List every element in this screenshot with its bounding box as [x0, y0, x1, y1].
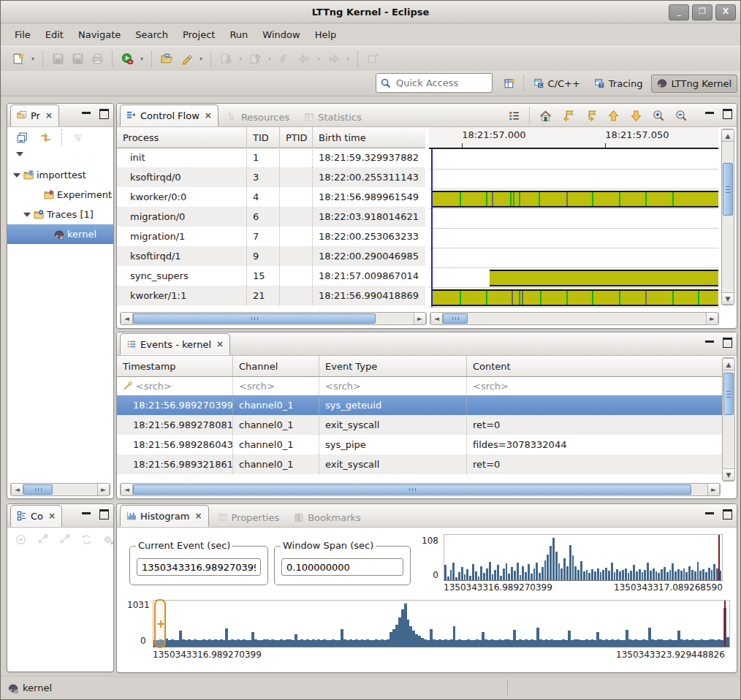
- pin-editor-button[interactable]: [364, 50, 381, 68]
- quick-access-input[interactable]: [395, 77, 471, 89]
- timeline-row-kworker-1-1[interactable]: [429, 287, 718, 308]
- window-span-histogram[interactable]: [444, 534, 723, 581]
- perspective-tracing[interactable]: Tracing: [589, 75, 649, 93]
- maximize-button[interactable]: ❐: [692, 4, 712, 20]
- open-perspective-button[interactable]: [501, 75, 519, 92]
- process-row-ksoftirqd-1[interactable]: ksoftirqd/1918:22:00.290046985: [117, 246, 425, 266]
- events-hscrollbar[interactable]: ◄►: [120, 483, 721, 496]
- process-row-kworker-0-0[interactable]: kworker/0:0418:21:56.989961549: [117, 187, 425, 207]
- print-button[interactable]: [88, 50, 106, 68]
- menu-search[interactable]: Search: [129, 26, 175, 43]
- event-row-sys_geteuid[interactable]: 18:21:56.989270399channel0_1sys_geteuid: [117, 395, 723, 415]
- usermode-state-bar[interactable]: [490, 270, 718, 286]
- zoom-in-button[interactable]: [650, 107, 667, 124]
- working-set-dropdown-icon[interactable]: [16, 152, 23, 156]
- next-event-button[interactable]: [582, 107, 599, 124]
- tab-events-kernel[interactable]: Events - kernel×: [120, 333, 230, 355]
- minimize-view-icon[interactable]: [705, 512, 714, 517]
- tree-item-traces-1-[interactable]: Traces [1]: [7, 205, 113, 224]
- tab-statistics[interactable]: Statistics: [298, 107, 367, 126]
- tab-bookmarks[interactable]: Bookmarks: [288, 508, 367, 527]
- tab-control-flow[interactable]: Control Flow×: [120, 104, 218, 126]
- timeline-row-ksoftirqd-0[interactable]: [429, 169, 718, 189]
- column-header-process[interactable]: Process: [117, 127, 247, 148]
- control-flow-table-hscrollbar[interactable]: ◄►: [120, 312, 427, 325]
- tab-control[interactable]: Co×: [10, 505, 62, 527]
- tab-resources[interactable]: Resources: [221, 107, 295, 126]
- column-header-content[interactable]: Content: [467, 356, 723, 376]
- process-row-kworker-1-1[interactable]: kworker/1:12118:21:56.990418869: [117, 286, 425, 305]
- next-annotation-button[interactable]: [217, 50, 235, 68]
- tab-properties[interactable]: Properties: [212, 508, 286, 527]
- tree-item-importtest[interactable]: importtest: [7, 165, 113, 185]
- close-button[interactable]: X: [715, 4, 736, 20]
- forward-button[interactable]: [324, 50, 342, 68]
- filter-cell-channel[interactable]: <srch>: [233, 376, 319, 395]
- tree-item-experiment[interactable]: Experiment: [7, 185, 113, 205]
- full-range-histogram[interactable]: +: [153, 600, 730, 647]
- connect-button[interactable]: [34, 530, 51, 548]
- tab-histogram[interactable]: Histogram×: [120, 505, 209, 527]
- close-tab-icon[interactable]: ×: [48, 511, 56, 521]
- column-header-birth-time[interactable]: Birth time: [313, 127, 425, 148]
- menu-project[interactable]: Project: [176, 26, 221, 43]
- expand-arrow-icon[interactable]: [13, 173, 20, 178]
- tree-item-kernel[interactable]: kernel: [7, 224, 113, 244]
- title-bar[interactable]: LTTng Kernel - Eclipse _ ❐ X: [1, 1, 740, 23]
- control-flow-table-header[interactable]: ProcessTIDPTIDBirth time: [117, 127, 425, 148]
- timeline-row-ksoftirqd-1[interactable]: [429, 248, 718, 268]
- highlight-dropdown-icon[interactable]: ▾: [197, 50, 205, 68]
- column-header-event-type[interactable]: Event Type: [319, 356, 467, 376]
- timeline-row-migration-0[interactable]: [429, 208, 718, 229]
- reset-zoom-home-button[interactable]: [536, 107, 554, 124]
- delete-connection-button[interactable]: [99, 530, 114, 548]
- minimize-view-icon[interactable]: [705, 112, 714, 117]
- maximize-view-icon[interactable]: [99, 109, 109, 119]
- save-all-button[interactable]: [69, 50, 86, 68]
- window-selection-handle[interactable]: +: [154, 599, 166, 648]
- event-row-exit_syscall[interactable]: 18:21:56.989321861channel0_1exit_syscall…: [117, 454, 723, 474]
- maximize-view-icon[interactable]: [723, 109, 732, 119]
- current-event-input[interactable]: [137, 558, 261, 576]
- disconnect-button[interactable]: [56, 530, 73, 548]
- menu-window[interactable]: Window: [256, 26, 306, 43]
- status-resize-grip[interactable]: [507, 680, 508, 695]
- perspective-c-c-[interactable]: C/C++: [528, 75, 586, 93]
- perspective-lttng-kernel[interactable]: LTTng Kernel: [651, 75, 737, 93]
- process-row-migration-1[interactable]: migration/1718:22:00.253063233: [117, 227, 425, 246]
- save-button[interactable]: [49, 50, 66, 68]
- filter-cell-timestamp[interactable]: <srch>: [117, 376, 233, 395]
- link-with-editor-button[interactable]: [37, 129, 54, 146]
- event-row-sys_pipe[interactable]: 18:21:56.989286043channel0_1sys_pipefild…: [117, 435, 723, 454]
- back-button[interactable]: [295, 50, 313, 68]
- column-header-ptid[interactable]: PTID: [280, 127, 313, 148]
- minimize-view-icon[interactable]: [82, 112, 91, 117]
- timeline-row-migration-1[interactable]: [429, 228, 718, 248]
- timeline-vscrollbar[interactable]: ▲▼: [721, 129, 734, 305]
- quick-access-box[interactable]: [376, 73, 493, 93]
- expand-arrow-icon[interactable]: [23, 213, 31, 217]
- move-down-button[interactable]: [627, 107, 645, 124]
- timeline-row-kworker-0-0[interactable]: [429, 189, 718, 209]
- filter-cell-event-type[interactable]: <srch>: [319, 376, 467, 395]
- events-vscrollbar[interactable]: ▲▼: [722, 357, 735, 482]
- menu-file[interactable]: File: [8, 26, 37, 43]
- menu-help[interactable]: Help: [308, 26, 343, 43]
- run-dropdown-icon[interactable]: ▾: [138, 50, 145, 68]
- control-flow-timeline[interactable]: 18:21:57.00018:21:57.050: [429, 127, 718, 328]
- process-row-sync-supers[interactable]: sync_supers1518:21:57.009867014: [117, 266, 425, 286]
- new-button[interactable]: [10, 50, 27, 68]
- timeline-row-init[interactable]: [429, 149, 718, 170]
- view-menu-icon[interactable]: [69, 129, 87, 146]
- zoom-out-button[interactable]: [672, 107, 690, 124]
- tab-project-explorer[interactable]: Pr×: [10, 104, 59, 126]
- events-table-header[interactable]: TimestampChannelEvent TypeContent: [117, 356, 723, 377]
- highlight-button[interactable]: [178, 50, 195, 68]
- events-filter-row[interactable]: <srch><srch><srch><srch>: [117, 376, 723, 396]
- usermode-state-bar[interactable]: [431, 289, 718, 306]
- project-explorer-hscrollbar[interactable]: ◄►: [10, 483, 110, 496]
- column-header-timestamp[interactable]: Timestamp: [117, 356, 233, 376]
- show-legend-button[interactable]: [505, 107, 522, 124]
- event-row-exit_syscall[interactable]: 18:21:56.989278081channel0_1exit_syscall…: [117, 415, 723, 435]
- column-header-channel[interactable]: Channel: [233, 356, 319, 376]
